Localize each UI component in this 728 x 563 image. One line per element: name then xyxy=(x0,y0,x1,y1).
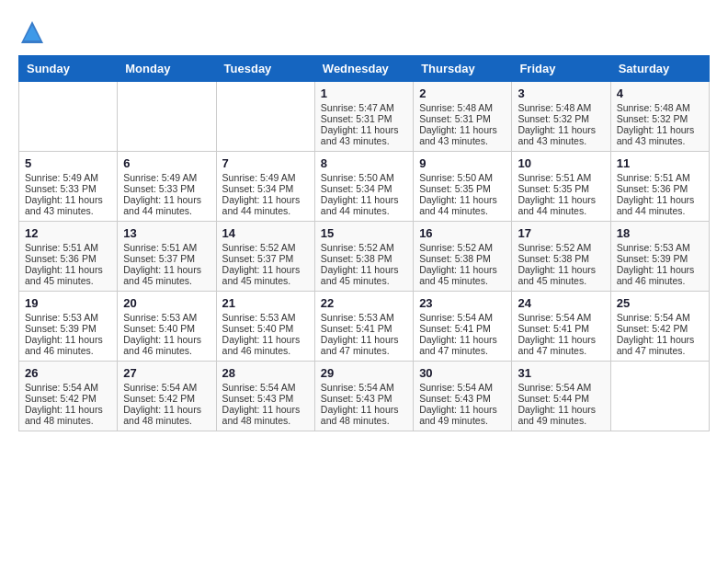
day-number: 31 xyxy=(518,366,604,380)
day-number: 3 xyxy=(518,86,604,100)
day-info: and 45 minutes. xyxy=(25,275,111,286)
day-info: and 44 minutes. xyxy=(321,205,407,216)
calendar-cell: 16Sunrise: 5:52 AMSunset: 5:38 PMDayligh… xyxy=(414,222,512,292)
day-info: Sunset: 5:40 PM xyxy=(123,323,210,334)
day-info: Daylight: 11 hours xyxy=(518,194,604,205)
day-info: and 43 minutes. xyxy=(419,135,506,146)
calendar-cell: 23Sunrise: 5:54 AMSunset: 5:41 PMDayligh… xyxy=(414,292,512,362)
day-info: Sunset: 5:38 PM xyxy=(419,253,506,264)
day-info: Sunrise: 5:54 AM xyxy=(123,382,210,393)
day-info: Daylight: 11 hours xyxy=(518,264,604,275)
calendar-cell: 24Sunrise: 5:54 AMSunset: 5:41 PMDayligh… xyxy=(512,292,610,362)
day-info: Sunrise: 5:54 AM xyxy=(25,382,111,393)
day-info: Daylight: 11 hours xyxy=(25,264,111,275)
day-info: Sunset: 5:32 PM xyxy=(617,113,703,124)
day-info: Sunrise: 5:47 AM xyxy=(321,102,407,113)
day-info: Sunrise: 5:48 AM xyxy=(518,102,604,113)
day-info: Sunset: 5:41 PM xyxy=(419,323,506,334)
calendar-cell: 17Sunrise: 5:52 AMSunset: 5:38 PMDayligh… xyxy=(512,222,610,292)
day-info: Sunset: 5:36 PM xyxy=(25,253,111,264)
calendar-cell: 15Sunrise: 5:52 AMSunset: 5:38 PMDayligh… xyxy=(314,222,413,292)
day-info: Sunset: 5:31 PM xyxy=(321,113,407,124)
day-info: Sunset: 5:42 PM xyxy=(123,393,210,404)
day-number: 22 xyxy=(321,296,407,310)
calendar-week-row: 1Sunrise: 5:47 AMSunset: 5:31 PMDaylight… xyxy=(19,82,710,152)
day-info: Sunset: 5:43 PM xyxy=(222,393,309,404)
day-info: Sunset: 5:31 PM xyxy=(419,113,506,124)
day-info: Daylight: 11 hours xyxy=(25,334,111,345)
day-info: Sunrise: 5:52 AM xyxy=(321,242,407,253)
day-info: Sunrise: 5:49 AM xyxy=(25,172,111,183)
day-info: Sunrise: 5:54 AM xyxy=(321,382,407,393)
calendar-cell: 12Sunrise: 5:51 AMSunset: 5:36 PMDayligh… xyxy=(19,222,118,292)
calendar-cell: 11Sunrise: 5:51 AMSunset: 5:36 PMDayligh… xyxy=(610,152,709,222)
day-number: 9 xyxy=(419,156,506,170)
day-info: Sunset: 5:40 PM xyxy=(222,323,309,334)
day-info: Sunrise: 5:53 AM xyxy=(123,312,210,323)
day-info: Daylight: 11 hours xyxy=(321,194,407,205)
day-info: Daylight: 11 hours xyxy=(617,124,703,135)
day-info: and 43 minutes. xyxy=(25,205,111,216)
calendar-cell: 5Sunrise: 5:49 AMSunset: 5:33 PMDaylight… xyxy=(19,152,118,222)
day-info: and 47 minutes. xyxy=(617,345,703,356)
calendar-cell xyxy=(216,82,314,152)
day-info: and 49 minutes. xyxy=(518,415,604,426)
day-info: Sunrise: 5:53 AM xyxy=(222,312,309,323)
calendar-week-row: 5Sunrise: 5:49 AMSunset: 5:33 PMDaylight… xyxy=(19,152,710,222)
day-info: Sunset: 5:32 PM xyxy=(518,113,604,124)
day-info: and 45 minutes. xyxy=(222,275,309,286)
day-info: Sunrise: 5:52 AM xyxy=(419,242,506,253)
day-info: and 44 minutes. xyxy=(222,205,309,216)
day-number: 29 xyxy=(321,366,407,380)
calendar-week-row: 12Sunrise: 5:51 AMSunset: 5:36 PMDayligh… xyxy=(19,222,710,292)
calendar-cell: 6Sunrise: 5:49 AMSunset: 5:33 PMDaylight… xyxy=(118,152,216,222)
day-info: Daylight: 11 hours xyxy=(25,404,111,415)
calendar-cell: 21Sunrise: 5:53 AMSunset: 5:40 PMDayligh… xyxy=(216,292,314,362)
day-info: Daylight: 11 hours xyxy=(222,194,309,205)
calendar-cell: 4Sunrise: 5:48 AMSunset: 5:32 PMDaylight… xyxy=(610,82,709,152)
day-number: 23 xyxy=(419,296,506,310)
day-info: Daylight: 11 hours xyxy=(321,124,407,135)
calendar-cell: 22Sunrise: 5:53 AMSunset: 5:41 PMDayligh… xyxy=(314,292,413,362)
day-info: and 44 minutes. xyxy=(419,205,506,216)
day-info: and 43 minutes. xyxy=(617,135,703,146)
day-info: Daylight: 11 hours xyxy=(321,334,407,345)
day-info: Sunrise: 5:53 AM xyxy=(321,312,407,323)
day-number: 7 xyxy=(222,156,309,170)
day-info: Daylight: 11 hours xyxy=(123,334,210,345)
weekday-header-wednesday: Wednesday xyxy=(314,56,413,82)
day-info: Sunrise: 5:54 AM xyxy=(518,312,604,323)
calendar-cell: 19Sunrise: 5:53 AMSunset: 5:39 PMDayligh… xyxy=(19,292,118,362)
day-number: 8 xyxy=(321,156,407,170)
day-info: Daylight: 11 hours xyxy=(123,404,210,415)
day-info: and 47 minutes. xyxy=(321,345,407,356)
day-info: and 45 minutes. xyxy=(518,275,604,286)
weekday-header-monday: Monday xyxy=(118,56,216,82)
day-info: and 48 minutes. xyxy=(123,415,210,426)
day-info: Sunset: 5:33 PM xyxy=(123,183,210,194)
day-info: Sunrise: 5:53 AM xyxy=(617,242,703,253)
day-info: and 46 minutes. xyxy=(617,275,703,286)
weekday-header-friday: Friday xyxy=(512,56,610,82)
calendar-cell: 18Sunrise: 5:53 AMSunset: 5:39 PMDayligh… xyxy=(610,222,709,292)
day-info: and 48 minutes. xyxy=(25,415,111,426)
day-info: and 43 minutes. xyxy=(321,135,407,146)
day-info: Daylight: 11 hours xyxy=(419,334,506,345)
day-info: Daylight: 11 hours xyxy=(222,404,309,415)
day-number: 27 xyxy=(123,366,210,380)
day-info: Sunset: 5:39 PM xyxy=(617,253,703,264)
day-number: 21 xyxy=(222,296,309,310)
calendar-cell xyxy=(610,362,709,431)
calendar-cell: 10Sunrise: 5:51 AMSunset: 5:35 PMDayligh… xyxy=(512,152,610,222)
day-info: and 47 minutes. xyxy=(419,345,506,356)
day-info: Daylight: 11 hours xyxy=(123,264,210,275)
day-number: 15 xyxy=(321,226,407,240)
calendar-cell: 7Sunrise: 5:49 AMSunset: 5:34 PMDaylight… xyxy=(216,152,314,222)
day-info: Daylight: 11 hours xyxy=(617,194,703,205)
calendar-cell: 26Sunrise: 5:54 AMSunset: 5:42 PMDayligh… xyxy=(19,362,118,431)
day-info: Sunrise: 5:54 AM xyxy=(419,312,506,323)
calendar-cell: 31Sunrise: 5:54 AMSunset: 5:44 PMDayligh… xyxy=(512,362,610,431)
day-info: Daylight: 11 hours xyxy=(222,334,309,345)
day-info: Sunrise: 5:51 AM xyxy=(518,172,604,183)
day-info: and 46 minutes. xyxy=(123,345,210,356)
